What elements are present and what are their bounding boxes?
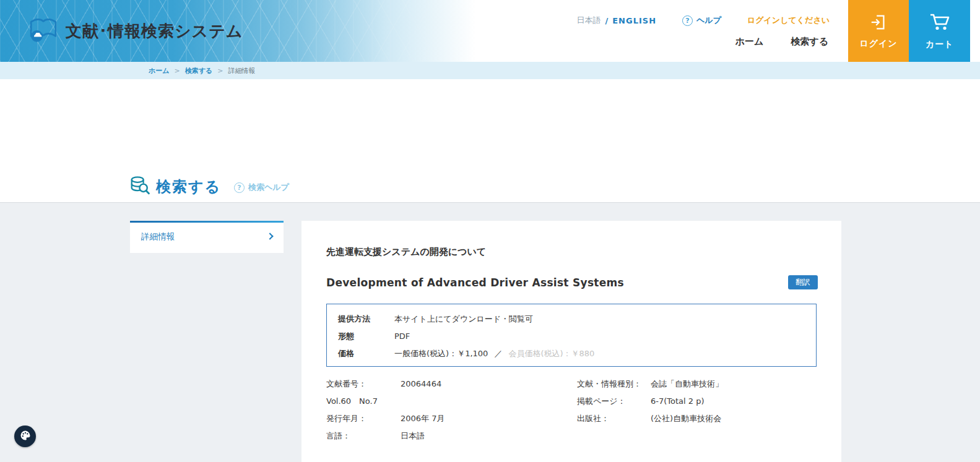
field-row: 発行年月： 2006年 7月 出版社： (公社)自動車技術会: [326, 410, 817, 427]
search-help-label: 検索ヘルプ: [248, 182, 289, 193]
palette-icon: [19, 429, 32, 444]
offer-price-row: 価格 一般価格(税込)：￥1,100 ／ 会員価格(税込)：￥880: [327, 345, 816, 362]
search-help-link[interactable]: ? 検索ヘルプ: [234, 182, 289, 193]
main-content-area: 詳細情報 先進運転支援システムの開発について Development of Ad…: [0, 202, 980, 462]
offer-info-box: 提供方法 本サイト上にてダウンロード・閲覧可 形態 PDF 価格 一般価格(税込…: [326, 304, 817, 367]
volume-value: Vol.60 No.7: [326, 393, 378, 410]
header-help-link[interactable]: ? ヘルプ: [682, 15, 721, 26]
header-utility-row: 日本語 / ENGLISH ? ヘルプ ログインしてください: [576, 15, 830, 26]
language-separator: /: [605, 16, 608, 25]
database-search-icon: [129, 175, 150, 199]
document-title-row-english: Development of Advanced Driver Assist Sy…: [326, 275, 817, 290]
login-button-label: ログイン: [859, 38, 897, 49]
publisher-value: (公社)自動車技術会: [651, 410, 721, 427]
category-value: 会誌「自動車技術」: [651, 375, 723, 393]
price-general: 一般価格(税込)：￥1,100: [394, 345, 488, 362]
language-value: 日本語: [401, 427, 425, 445]
field-row: Vol.60 No.7 掲載ページ： 6-7(Total 2 p): [326, 393, 817, 410]
breadcrumb-link-home[interactable]: ホーム: [149, 66, 170, 75]
search-section-title: 検索する: [156, 177, 221, 197]
translate-button[interactable]: 翻訳: [788, 275, 818, 289]
sidebar-tab-label: 詳細情報: [141, 231, 175, 242]
help-question-icon: ?: [682, 15, 693, 26]
logo-text: 文献･情報検索システム: [66, 20, 243, 42]
help-label: ヘルプ: [696, 15, 721, 26]
issued-label: 発行年月：: [326, 410, 401, 427]
offer-format-label: 形態: [338, 328, 394, 345]
pages-value: 6-7(Total 2 p): [651, 393, 705, 410]
offer-method-value: 本サイト上にてダウンロード・閲覧可: [394, 310, 533, 328]
nav-item-home[interactable]: ホーム: [735, 36, 764, 48]
document-fields: 文献番号： 20064464 文献・情報種別： 会誌「自動車技術」 Vol.60…: [326, 375, 817, 445]
document-title-english: Development of Advanced Driver Assist Sy…: [326, 275, 817, 290]
help-question-icon: ?: [234, 182, 245, 193]
language-switcher: 日本語 / ENGLISH: [576, 15, 656, 26]
site-logo[interactable]: 文献･情報検索システム: [28, 17, 243, 45]
login-button[interactable]: ログイン: [848, 0, 909, 62]
publisher-label: 出版社：: [577, 410, 651, 427]
nav-item-search[interactable]: 検索する: [791, 36, 828, 48]
search-section: 検索する ? 検索ヘルプ 全データ対象 − + 検索 リセット: [0, 79, 980, 202]
logo-book-car-icon: [28, 17, 58, 45]
shopping-cart-icon: [929, 12, 951, 35]
category-label: 文献・情報種別：: [577, 375, 651, 393]
breadcrumb-current: 詳細情報: [228, 66, 255, 75]
site-header: 文献･情報検索システム 日本語 / ENGLISH ? ヘルプ ログインしてくだ…: [0, 0, 980, 62]
chevron-right-icon: [266, 233, 273, 239]
search-heading: 検索する: [129, 175, 221, 199]
field-row: 文献番号： 20064464 文献・情報種別： 会誌「自動車技術」: [326, 375, 817, 393]
offer-format-row: 形態 PDF: [327, 328, 816, 345]
sidebar-tab-detail[interactable]: 詳細情報: [130, 221, 284, 253]
field-row: 言語： 日本語: [326, 427, 817, 445]
pages-label: 掲載ページ：: [577, 393, 651, 410]
cart-button[interactable]: カート: [909, 0, 970, 62]
offer-format-value: PDF: [394, 328, 410, 345]
tab-accent-line: [130, 221, 284, 223]
language-english[interactable]: ENGLISH: [612, 16, 656, 25]
header-nav: ホーム 検索する: [735, 36, 828, 48]
page: 文献･情報検索システム 日本語 / ENGLISH ? ヘルプ ログインしてくだ…: [0, 0, 980, 462]
price-member: 会員価格(税込)：￥880: [508, 345, 594, 362]
price-separator: ／: [494, 345, 502, 362]
language-label: 言語：: [326, 427, 401, 445]
document-detail-card: 先進運転支援システムの開発について Development of Advance…: [301, 221, 841, 462]
offer-price-label: 価格: [338, 345, 394, 362]
document-title-japanese: 先進運転支援システムの開発について: [326, 246, 817, 258]
cart-button-label: カート: [926, 39, 954, 50]
offer-method-row: 提供方法 本サイト上にてダウンロード・閲覧可: [327, 310, 816, 328]
accessibility-palette-button[interactable]: [14, 426, 36, 447]
doc-number-label: 文献番号：: [326, 375, 401, 393]
offer-method-label: 提供方法: [338, 310, 394, 328]
breadcrumb-separator: >: [175, 67, 180, 75]
login-prompt-link[interactable]: ログインしてください: [747, 15, 830, 26]
door-login-icon: [869, 13, 888, 34]
language-japanese[interactable]: 日本語: [576, 15, 601, 26]
breadcrumb-separator: >: [217, 67, 223, 75]
doc-number-value: 20064464: [401, 375, 441, 393]
breadcrumb: ホーム > 検索する > 詳細情報: [0, 62, 980, 79]
issued-value: 2006年 7月: [401, 410, 445, 427]
breadcrumb-link-search[interactable]: 検索する: [185, 66, 213, 75]
